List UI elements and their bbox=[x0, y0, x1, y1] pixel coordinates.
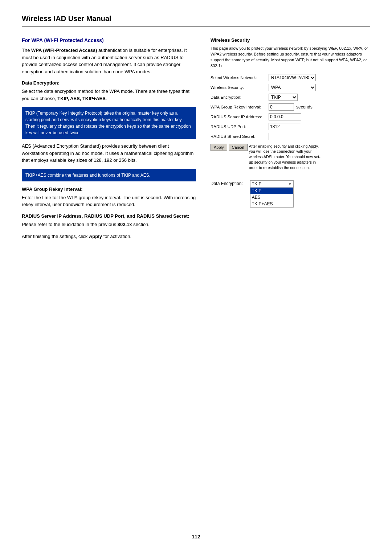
chevron-down-icon: ▼ bbox=[288, 182, 292, 186]
radius-ip-input[interactable] bbox=[269, 113, 301, 120]
tkip-highlight: TKIP (Temporary Key Integrity Protocol) … bbox=[22, 107, 196, 139]
radius-secret-row: RADIUS Shared Secret: bbox=[211, 133, 370, 140]
wireless-security-dropdown[interactable]: WPA bbox=[269, 84, 316, 91]
wpa-group-form-label: WPA Group Rekey Interval: bbox=[211, 105, 269, 109]
panel-title: Wireless Security bbox=[211, 37, 370, 43]
radius-udp-input[interactable] bbox=[269, 123, 301, 130]
radius-secret-label: RADIUS Shared Secret: bbox=[211, 134, 269, 139]
radius-text: Please refer to the elucidation in the p… bbox=[22, 221, 196, 228]
seconds-label: seconds bbox=[296, 104, 313, 110]
right-column: Wireless Security This page allow you to… bbox=[211, 37, 370, 245]
dropdown-label-row: Data Encryption: TKIP ▼ TKIP AES TKIP+AE… bbox=[211, 180, 370, 208]
data-encryption-form-label: Data Encryption: bbox=[211, 95, 269, 99]
wireless-security-row: Wireless Security: WPA bbox=[211, 84, 370, 91]
wpa-group-text: Enter the time for the WPA group rekey i… bbox=[22, 194, 196, 208]
data-encryption-heading: Data Encryption: bbox=[22, 80, 196, 86]
intro-paragraph: The WPA (WiFi-Protected Access) authenti… bbox=[22, 47, 196, 75]
intro-bold: WPA (WiFi-Protected Access) bbox=[31, 48, 97, 53]
data-encryption-row: Data Encryption: TKIP bbox=[211, 94, 370, 101]
radius-ip-row: RADIUS Server IP Address: bbox=[211, 113, 370, 120]
data-encryption-dropdown[interactable]: TKIP bbox=[269, 94, 298, 101]
button-row: Apply Cancel After enabling security and… bbox=[211, 144, 370, 170]
radius-ip-label: RADIUS Server IP Address: bbox=[211, 115, 269, 119]
data-encryption-dropdown-widget[interactable]: TKIP ▼ TKIP AES TKIP+AES bbox=[250, 180, 294, 208]
dropdown-header[interactable]: TKIP ▼ bbox=[250, 181, 293, 188]
dropdown-option-aes[interactable]: AES bbox=[250, 194, 293, 201]
select-network-dropdown[interactable]: RTA1046VW-2A1B87 bbox=[269, 74, 316, 81]
apply-paragraph: After finishing the settings, click Appl… bbox=[22, 233, 196, 240]
select-network-row: Select Wireless Network: RTA1046VW-2A1B8… bbox=[211, 74, 370, 81]
dropdown-option-tkip[interactable]: TKIP bbox=[250, 188, 293, 194]
tkip-aes-highlight: TKIP+AES combine the features and functi… bbox=[22, 169, 196, 181]
radius-udp-row: RADIUS UDP Port: bbox=[211, 123, 370, 130]
panel-description: This page allow you to protect your wire… bbox=[211, 46, 370, 69]
aes-paragraph: AES (Advanced Encryption Standard) provi… bbox=[22, 143, 196, 164]
dropdown-header-value: TKIP bbox=[252, 181, 262, 186]
dropdown-option-tkip-aes[interactable]: TKIP+AES bbox=[250, 201, 293, 207]
dropdown-section: Data Encryption: TKIP ▼ TKIP AES TKIP+AE… bbox=[211, 180, 370, 208]
wpa-group-heading: WPA Group Rekey Interval: bbox=[22, 186, 196, 192]
wireless-security-label: Wireless Security: bbox=[211, 85, 269, 90]
page-number: 112 bbox=[192, 534, 200, 539]
page-title: Wireless IAD User Manual bbox=[22, 15, 370, 26]
data-encryption-body: Select the data encryption method for th… bbox=[22, 88, 196, 102]
button-note: After enabling security and clicking App… bbox=[249, 144, 322, 170]
wpa-group-row: WPA Group Rekey Interval: seconds bbox=[211, 103, 370, 111]
apply-button[interactable]: Apply bbox=[211, 144, 227, 151]
select-network-label: Select Wireless Network: bbox=[211, 75, 269, 80]
left-column: For WPA (Wi-Fi Protected Access) The WPA… bbox=[22, 37, 196, 245]
wpa-group-input[interactable] bbox=[269, 103, 294, 111]
radius-heading: RADIUS Server IP Address, RADIUS UDP Por… bbox=[22, 213, 196, 219]
radius-secret-input[interactable] bbox=[269, 133, 301, 140]
dropdown-data-encryption-label: Data Encryption: bbox=[211, 180, 243, 186]
radius-udp-label: RADIUS UDP Port: bbox=[211, 124, 269, 129]
wpa-heading: For WPA (Wi-Fi Protected Access) bbox=[22, 37, 196, 43]
cancel-button[interactable]: Cancel bbox=[229, 144, 248, 151]
